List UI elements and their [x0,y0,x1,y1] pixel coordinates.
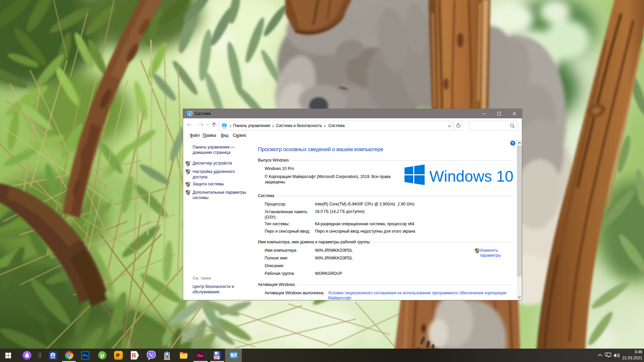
svg-text:Я: Я [131,352,136,359]
svg-text:Windows 10: Windows 10 [429,168,514,185]
svg-text:µ: µ [101,352,104,359]
svg-text:Dw: Dw [198,354,203,358]
svg-text:Ps: Ps [83,353,88,358]
svg-text:?: ? [512,141,514,145]
